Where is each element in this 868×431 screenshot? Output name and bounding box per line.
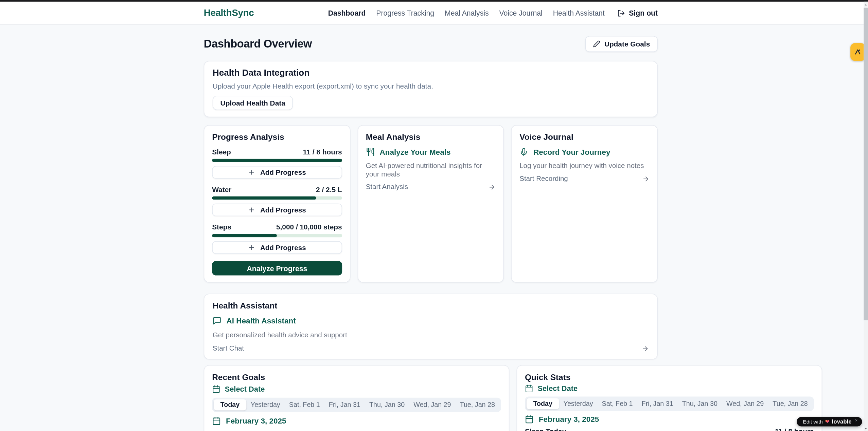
tab-thu-jan-30[interactable]: Thu, Jan 30 xyxy=(678,398,722,409)
add-progress-label: Add Progress xyxy=(260,168,306,176)
select-date-button[interactable]: Select Date xyxy=(525,385,814,393)
tab-tue-jan-28[interactable]: Tue, Jan 28 xyxy=(456,399,499,411)
selected-date-label: February 3, 2025 xyxy=(226,417,286,425)
upload-health-data-label: Upload Health Data xyxy=(220,99,285,107)
progress-label: Steps xyxy=(212,223,231,231)
add-progress-water-button[interactable]: Add Progress xyxy=(212,204,342,216)
arrow-right-icon xyxy=(642,175,649,182)
page-title: Dashboard Overview xyxy=(204,38,312,50)
tab-yesterday[interactable]: Yesterday xyxy=(246,399,285,411)
record-your-journey-link[interactable]: Record Your Journey xyxy=(519,148,649,156)
add-progress-sleep-button[interactable]: Add Progress xyxy=(212,166,342,179)
assistant-description: Get personalized health advice and suppo… xyxy=(213,331,649,339)
analyze-progress-button[interactable]: Analyze Progress xyxy=(212,261,342,275)
log-out-icon xyxy=(617,9,625,17)
start-chat-row[interactable]: Start Chat xyxy=(213,344,649,352)
quick-stats-title: Quick Stats xyxy=(525,372,814,382)
progress-row-sleep: Sleep 11 / 8 hours xyxy=(212,148,342,156)
date-tabs: Today Yesterday Sat, Feb 1 Fri, Jan 31 T… xyxy=(212,398,501,412)
upload-health-data-button[interactable]: Upload Health Data xyxy=(213,96,293,110)
voice-journal-card: Voice Journal Record Your Journey Log yo… xyxy=(511,125,658,282)
start-chat-label: Start Chat xyxy=(213,344,244,352)
date-tabs: Today Yesterday Sat, Feb 1 Fri, Jan 31 T… xyxy=(525,396,814,411)
nav-health-assistant[interactable]: Health Assistant xyxy=(553,9,605,17)
select-date-label: Select Date xyxy=(537,385,578,393)
start-recording-label: Start Recording xyxy=(519,175,568,183)
tab-today[interactable]: Today xyxy=(214,399,246,411)
sign-out-label: Sign out xyxy=(629,9,658,17)
lovable-badge[interactable]: Edit with ❤ lovable × xyxy=(797,417,862,427)
arrow-right-icon xyxy=(642,345,649,352)
tab-sat-feb-1[interactable]: Sat, Feb 1 xyxy=(598,398,637,409)
analyze-your-meals-link[interactable]: Analyze Your Meals xyxy=(366,148,496,156)
progress-bar-water xyxy=(212,196,342,200)
selected-date[interactable]: February 3, 2025 xyxy=(525,415,814,424)
nav-dashboard[interactable]: Dashboard xyxy=(328,9,366,17)
progress-bar-steps xyxy=(212,234,342,237)
calendar-icon xyxy=(212,416,221,425)
calendar-icon xyxy=(525,415,534,424)
plus-icon xyxy=(248,169,255,176)
nav-meal-analysis[interactable]: Meal Analysis xyxy=(445,9,489,17)
lovable-label: lovable xyxy=(832,419,852,425)
add-progress-steps-button[interactable]: Add Progress xyxy=(212,241,342,254)
update-goals-button[interactable]: Update Goals xyxy=(585,36,658,52)
selected-date[interactable]: February 3, 2025 xyxy=(212,416,501,425)
microphone-icon xyxy=(519,148,528,156)
stat-value: 11 / 8 hours xyxy=(775,427,814,431)
assistant-extension-tab[interactable] xyxy=(850,43,865,61)
ai-health-assistant-label: AI Health Assistant xyxy=(227,317,296,325)
tab-fri-jan-31[interactable]: Fri, Jan 31 xyxy=(324,399,365,411)
main-nav: Dashboard Progress Tracking Meal Analysi… xyxy=(328,9,658,17)
tab-fri-jan-31[interactable]: Fri, Jan 31 xyxy=(637,398,678,409)
stat-label: Sleep Today xyxy=(525,427,566,431)
health-data-integration-card: Health Data Integration Upload your Appl… xyxy=(204,61,658,117)
add-progress-label: Add Progress xyxy=(260,244,306,251)
update-goals-label: Update Goals xyxy=(604,40,650,48)
arrow-right-icon xyxy=(489,183,496,190)
main-content: Dashboard Overview Update Goals Health D… xyxy=(204,25,658,431)
tab-thu-jan-30[interactable]: Thu, Jan 30 xyxy=(365,399,409,411)
meal-description: Get AI-powered nutritional insights for … xyxy=(366,162,496,179)
plus-icon xyxy=(248,244,255,251)
brand-logo: HealthSync xyxy=(204,7,254,19)
start-analysis-label: Start Analysis xyxy=(366,183,408,191)
plus-icon xyxy=(248,206,255,213)
tab-sat-feb-1[interactable]: Sat, Feb 1 xyxy=(285,399,324,411)
progress-bar-sleep xyxy=(212,159,342,162)
progress-value: 5,000 / 10,000 steps xyxy=(276,223,342,231)
analyze-your-meals-label: Analyze Your Meals xyxy=(379,148,450,156)
tab-yesterday[interactable]: Yesterday xyxy=(559,398,598,409)
progress-title: Progress Analysis xyxy=(212,132,342,142)
ai-health-assistant-link[interactable]: AI Health Assistant xyxy=(213,316,649,325)
nav-voice-journal[interactable]: Voice Journal xyxy=(499,9,543,17)
start-analysis-row[interactable]: Start Analysis xyxy=(366,183,496,191)
select-date-button[interactable]: Select Date xyxy=(212,385,501,393)
tab-today[interactable]: Today xyxy=(527,398,559,409)
voice-title: Voice Journal xyxy=(519,132,649,142)
close-icon[interactable]: × xyxy=(855,418,858,423)
quick-stats-card: Quick Stats Select Date Today Yesterday … xyxy=(517,365,822,431)
tab-wed-jan-29[interactable]: Wed, Jan 29 xyxy=(722,398,768,409)
stat-row-sleep-today: Sleep Today 11 / 8 hours xyxy=(525,427,814,431)
health-assistant-card: Health Assistant AI Health Assistant Get… xyxy=(204,294,658,359)
header: HealthSync Dashboard Progress Tracking M… xyxy=(0,2,868,25)
heart-icon: ❤ xyxy=(825,419,830,424)
voice-description: Log your health journey with voice notes xyxy=(519,162,649,170)
sign-out-button[interactable]: Sign out xyxy=(617,9,658,17)
scrollbar-thumb[interactable] xyxy=(864,8,868,320)
record-your-journey-label: Record Your Journey xyxy=(533,148,610,156)
scrollbar-down-arrow[interactable]: ▼ xyxy=(864,426,868,431)
app-root: HealthSync Dashboard Progress Tracking M… xyxy=(0,0,868,431)
calendar-icon xyxy=(525,385,533,393)
tab-wed-jan-29[interactable]: Wed, Jan 29 xyxy=(409,399,455,411)
scrollbar-up-arrow[interactable]: ▲ xyxy=(864,2,868,7)
page-scrollbar[interactable]: ▲ ▼ xyxy=(864,2,868,431)
lambda-logo-icon xyxy=(854,48,862,56)
start-recording-row[interactable]: Start Recording xyxy=(519,175,649,183)
tab-tue-jan-28[interactable]: Tue, Jan 28 xyxy=(768,398,812,409)
recent-goals-card: Recent Goals Select Date Today Yesterday… xyxy=(204,365,510,431)
progress-row-water: Water 2 / 2.5 L xyxy=(212,185,342,193)
nav-progress-tracking[interactable]: Progress Tracking xyxy=(376,9,434,17)
progress-row-steps: Steps 5,000 / 10,000 steps xyxy=(212,223,342,231)
